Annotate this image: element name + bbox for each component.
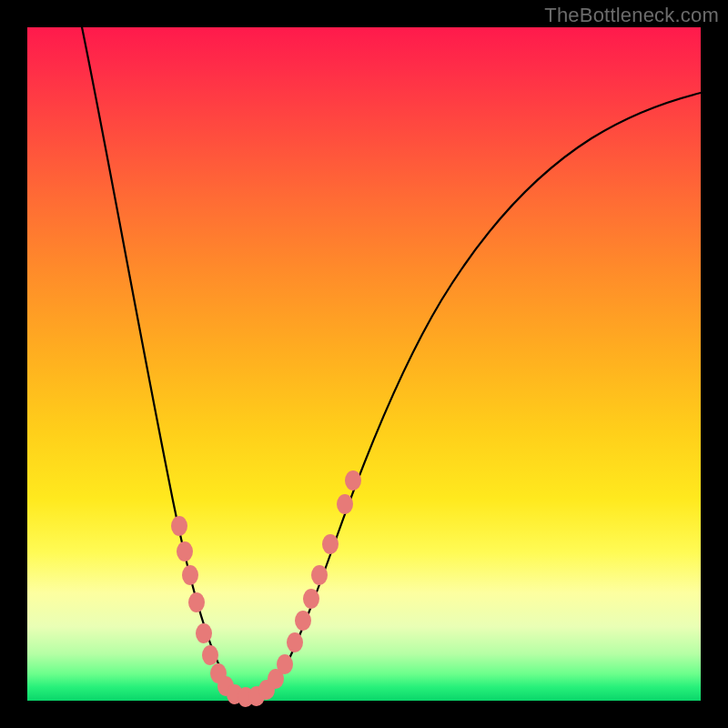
curve-marker: [171, 516, 187, 536]
curve-marker: [287, 632, 303, 652]
curve-marker: [295, 611, 311, 631]
curve-marker: [322, 534, 339, 554]
curve-layer: [27, 27, 701, 701]
curve-marker: [311, 565, 328, 585]
curve-marker: [196, 623, 212, 643]
bottleneck-curve: [80, 18, 701, 697]
curve-marker: [188, 592, 205, 612]
curve-marker: [177, 541, 193, 561]
chart-frame: TheBottleneck.com: [0, 0, 728, 728]
curve-marker: [277, 654, 293, 674]
curve-marker: [202, 645, 218, 665]
curve-marker: [182, 565, 198, 585]
plot-area: [27, 27, 701, 701]
curve-marker: [303, 589, 319, 609]
watermark-text: TheBottleneck.com: [544, 4, 719, 27]
curve-marker: [345, 470, 361, 490]
curve-markers: [171, 470, 361, 707]
curve-marker: [337, 494, 353, 514]
